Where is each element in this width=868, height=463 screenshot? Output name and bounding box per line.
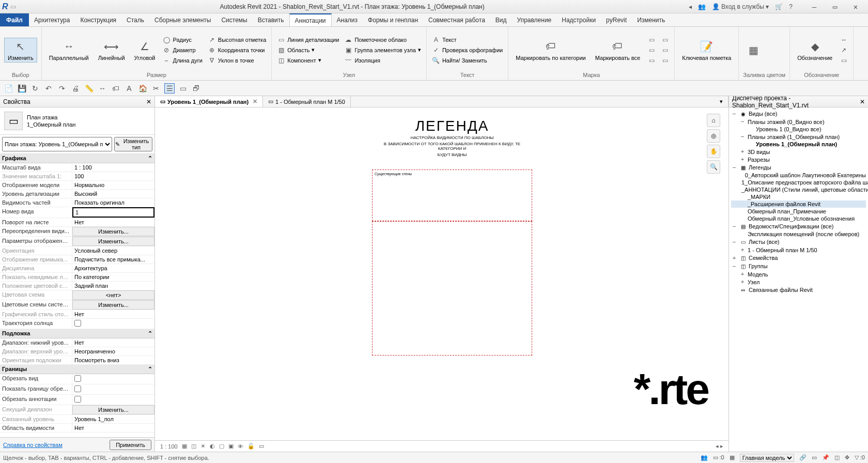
properties-help-link[interactable]: Справка по свойствам [3, 442, 63, 448]
worksets-icon[interactable]: ▭ [259, 443, 264, 450]
undo-icon[interactable]: ↶ [43, 83, 54, 94]
thinlines-icon[interactable]: ☰ [164, 83, 175, 94]
tag-category-button[interactable]: 🏷Маркировать по категории [513, 38, 589, 62]
tree-item[interactable]: Уровень 1_(Обмерный план) [731, 141, 866, 148]
material-tag-button[interactable]: ▭ [646, 56, 657, 65]
tree-item[interactable]: Обмерный план_Примечание [731, 208, 866, 215]
tree-item[interactable]: +Модель [731, 270, 866, 278]
insulation-button[interactable]: 〰Изоляция [343, 56, 422, 65]
close-button[interactable]: ✕ [845, 2, 866, 12]
main-model-select[interactable]: Главная модель [740, 454, 794, 462]
nav-zoom-icon[interactable]: 🔍 [707, 160, 720, 174]
spellcheck-button[interactable]: ✓Проверка орфографии [431, 45, 504, 55]
angular-dim-button[interactable]: ∠Угловой [131, 38, 159, 62]
tag-icon[interactable]: 🏷 [111, 83, 121, 94]
detail-level-icon[interactable]: ▦ [182, 443, 187, 450]
tree-item[interactable]: −▤Ведомости/Спецификации (все) [731, 222, 866, 230]
new-icon[interactable]: 📄 [3, 83, 13, 94]
tree-item[interactable]: Экспликация помещений (после обмеров) [731, 230, 866, 238]
select-pinned-icon[interactable]: 📌 [822, 454, 829, 461]
scale-button[interactable]: 1 : 100 [160, 443, 178, 450]
select-underlay-icon[interactable]: ▭ [812, 454, 817, 461]
switch-win-icon[interactable]: 🗗 [191, 83, 202, 94]
menu-tab-8[interactable]: Формы и генплан [363, 13, 423, 26]
view-options-icon[interactable]: ◂ ▸ [716, 443, 723, 450]
close-hidden-icon[interactable]: ▭ [178, 83, 188, 94]
reveal-icon[interactable]: 🔓 [247, 443, 255, 450]
properties-list[interactable]: Графика⌃ Масштаб вида1 : 100 Значение ма… [0, 154, 154, 437]
room-tag-button[interactable]: ▭ [660, 35, 670, 44]
group-extents[interactable]: Границы⌃ [0, 365, 154, 374]
crop-icon[interactable]: ▢ [219, 443, 224, 450]
binoculars-icon[interactable]: 👥 [698, 3, 706, 10]
help-icon[interactable]: ? [789, 3, 793, 10]
menu-tab-10[interactable]: Вид [490, 13, 512, 26]
stair-path-button[interactable]: ↗ [839, 45, 849, 55]
tree-item[interactable]: +Узел [731, 278, 866, 286]
tree-item[interactable]: +◫Семейства [731, 254, 866, 262]
modify-button[interactable]: ↖Изменить [4, 38, 37, 63]
space-tag-button[interactable]: ▭ [660, 56, 670, 65]
measure-icon[interactable]: 📏 [84, 83, 94, 94]
workset-icon[interactable]: 👥 [701, 454, 708, 461]
tree-item[interactable]: ⇔Связанные файлы Revit [731, 286, 866, 294]
exchange-icon[interactable]: 🛒 [775, 3, 783, 10]
close-tab-icon[interactable]: ✕ [253, 98, 257, 105]
region-button[interactable]: ▧Область ▾ [276, 45, 340, 55]
tree-item[interactable]: −▦Легенды [731, 163, 866, 172]
project-tree[interactable]: −◉Виды (все)−Планы этажей (0_Видно все)У… [729, 107, 868, 452]
symbol-button[interactable]: ◆Обозначение [794, 38, 835, 62]
signin-button[interactable]: 👤 Вход в службы ▾ [712, 3, 769, 10]
menu-tab-1[interactable]: Конструкция [75, 13, 121, 26]
nav-home-icon[interactable]: ⌂ [707, 114, 720, 127]
menu-tab-9[interactable]: Совместная работа [423, 13, 490, 26]
redo-icon[interactable]: ↷ [57, 83, 67, 94]
tree-item[interactable]: −Планы этажей (0_Видно все) [731, 118, 866, 126]
multi-tag-button[interactable]: ▭ [646, 45, 657, 55]
design-options-icon[interactable]: ▦ [730, 454, 735, 461]
group-underlay[interactable]: Подложка⌃ [0, 329, 154, 338]
tree-item[interactable]: _МАРКИ [731, 193, 866, 200]
tree-item[interactable]: −◉Виды (все) [731, 110, 866, 118]
keynote-button[interactable]: 📝Ключевая пометка [679, 38, 734, 62]
area-tag-button[interactable]: ▭ [660, 45, 670, 55]
default3d-icon[interactable]: 🏠 [137, 83, 148, 94]
component-button[interactable]: ◫Компонент ▾ [276, 56, 340, 65]
sun-path-icon[interactable]: ☀ [200, 443, 206, 450]
print-icon[interactable]: 🖨 [70, 83, 81, 94]
shadows-icon[interactable]: ◐ [210, 443, 215, 450]
spot-coord-button[interactable]: ⊕Координата точки [207, 45, 267, 55]
drawing-canvas[interactable]: ЛЕГЕНДА НАСТРОЙКА ВИДИМОСТИ ПО ШАБЛОНЫ В… [155, 107, 729, 440]
save-icon[interactable]: 💾 [17, 83, 27, 94]
editable-icon[interactable]: ▭ :0 [713, 454, 724, 461]
revision-cloud-button[interactable]: ☁Пометочное облако [343, 35, 422, 44]
menu-tab-0[interactable]: Архитектура [29, 13, 75, 26]
menu-tab-14[interactable]: Изменить [632, 13, 670, 26]
file-tab[interactable]: Файл [0, 13, 29, 26]
tree-item[interactable]: +1 - Обмерный план М 1/50 [731, 246, 866, 254]
beam-sys-button[interactable]: ▭ [839, 56, 849, 65]
group-graphics[interactable]: Графика⌃ [0, 154, 154, 163]
span-dir-button[interactable]: ↔ [839, 35, 849, 44]
colorfill-button[interactable]: ▦ [743, 42, 764, 58]
sync-icon[interactable]: ↻ [30, 83, 40, 94]
show-crop-icon[interactable]: ▣ [228, 443, 234, 450]
diameter-dim-button[interactable]: ⊘Диаметр [161, 45, 203, 55]
maximize-button[interactable]: ▭ [825, 2, 845, 12]
detail-line-button[interactable]: ▭Линия детализации [276, 35, 340, 44]
find-replace-button[interactable]: 🔍Найти/ Заменить [431, 56, 504, 65]
properties-close-icon[interactable]: ✕ [146, 98, 151, 105]
temp-hide-icon[interactable]: 👁 [238, 443, 243, 450]
spot-slope-button[interactable]: ∇Уклон в точке [207, 56, 267, 65]
linear-dim-button[interactable]: ⟷Линейный [95, 38, 128, 62]
tree-item[interactable]: −◫Группы [731, 262, 866, 270]
aligned-icon[interactable]: ↔ [97, 83, 107, 94]
tree-item[interactable]: +3D виды [731, 148, 866, 156]
aligned-dim-button[interactable]: ↔Параллельный [46, 38, 92, 62]
view-tab-active[interactable]: ▭ Уровень 1_(Обмерный план)✕ [155, 96, 263, 107]
text-icon[interactable]: A [124, 83, 134, 94]
tree-item[interactable]: −Планы этажей (1_Обмерный план) [731, 133, 866, 141]
filter-icon[interactable]: ▽ :0 [855, 454, 865, 461]
radius-dim-button[interactable]: ◯Радиус [161, 35, 203, 44]
qat-icon[interactable]: ▭ [10, 3, 16, 10]
